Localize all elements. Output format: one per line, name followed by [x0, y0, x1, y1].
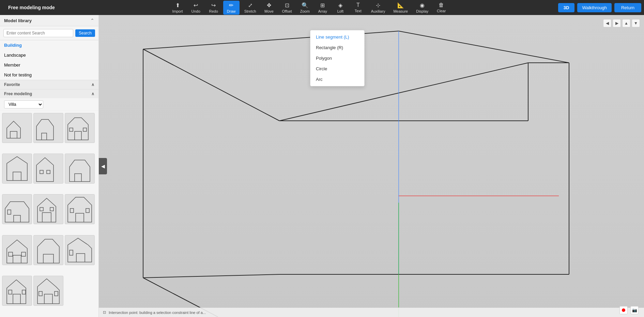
- move-icon: ✥: [267, 2, 271, 9]
- tool-btn-undo[interactable]: ↩Undo: [188, 1, 204, 15]
- toolbar-right: 3D Walkthrough Return: [558, 3, 641, 12]
- toolbar-center: ⬆Import↩Undo↪Redo✏Draw⤢Stretch✥Move⊡Offs…: [60, 1, 558, 15]
- sidebar-toggle-icon[interactable]: ⌃: [90, 18, 94, 23]
- category-favorite[interactable]: Favorite ∧: [0, 80, 98, 89]
- nav-left-btn[interactable]: ◀: [603, 19, 611, 27]
- search-bar: Search: [0, 26, 98, 40]
- draw-option-arc[interactable]: Arc: [310, 74, 364, 85]
- model-thumbnail[interactable]: [65, 194, 95, 224]
- sidebar-item-landscape[interactable]: Landscape: [0, 50, 98, 60]
- sidebar-item-member[interactable]: Member: [0, 60, 98, 70]
- tool-btn-redo[interactable]: ↪Redo: [205, 1, 222, 15]
- tool-btn-stretch[interactable]: ⤢Stretch: [241, 1, 260, 15]
- undo-icon: ↩: [194, 2, 198, 9]
- status-camera-btn[interactable]: 📷: [630, 306, 639, 314]
- tool-btn-display[interactable]: ◉Display: [413, 1, 432, 15]
- draw-option-rectangle[interactable]: Rectangle (R): [310, 42, 364, 53]
- draw-dropdown: Line segment (L)Rectangle (R)PolygonCirc…: [310, 30, 365, 86]
- tool-btn-offset[interactable]: ⊡Offset: [279, 1, 295, 15]
- draw-option-line_segment[interactable]: Line segment (L): [310, 32, 364, 42]
- model-thumbnail[interactable]: [65, 235, 95, 265]
- draw-option-polygon[interactable]: Polygon: [310, 53, 364, 63]
- model-thumbnail[interactable]: [2, 276, 32, 306]
- toolbar: Free modeling mode ⬆Import↩Undo↪Redo✏Dra…: [0, 0, 644, 15]
- btn-3d[interactable]: 3D: [558, 3, 575, 12]
- model-thumbnail[interactable]: [2, 235, 32, 265]
- tool-btn-loft[interactable]: ◈Loft: [332, 1, 349, 15]
- sidebar-item-building[interactable]: Building: [0, 40, 98, 50]
- tool-btn-zoom[interactable]: 🔍Zoom: [297, 1, 313, 15]
- canvas-nav: ◀ ▶ ▲ ▼: [603, 19, 640, 27]
- measure-icon: 📐: [397, 2, 404, 9]
- offset-icon: ⊡: [285, 2, 289, 9]
- status-bar: ⊡ Intersection point: building a selecti…: [99, 307, 644, 317]
- model-thumbnail[interactable]: [2, 113, 32, 143]
- array-icon: ⊞: [320, 2, 325, 9]
- tool-btn-auxiliary[interactable]: ⊹Auxiliary: [368, 1, 389, 15]
- btn-walkthrough[interactable]: Walkthrough: [577, 3, 612, 12]
- nav-right-btn[interactable]: ▶: [613, 19, 621, 27]
- tool-btn-draw[interactable]: ✏Draw: [223, 1, 240, 15]
- sidebar-header: Model library ⌃: [0, 15, 98, 26]
- search-button[interactable]: Search: [75, 29, 95, 37]
- redo-icon: ↪: [211, 2, 216, 9]
- canvas-area[interactable]: ◀ Line segment (L)Rectangle (R)PolygonCi…: [99, 15, 644, 317]
- nav-up-btn[interactable]: ▲: [622, 19, 630, 27]
- status-icon: ⊡: [103, 310, 106, 315]
- tool-btn-text[interactable]: TText: [350, 1, 366, 14]
- red-dot-icon: [622, 308, 625, 312]
- collapse-button[interactable]: ◀: [99, 158, 107, 174]
- tool-btn-measure[interactable]: 📐Measure: [390, 1, 411, 15]
- model-thumbnail[interactable]: [2, 154, 32, 184]
- btn-return[interactable]: Return: [614, 3, 641, 12]
- loft-icon: ◈: [338, 2, 342, 9]
- model-thumbnail[interactable]: [65, 113, 95, 143]
- tool-btn-array[interactable]: ⊞Array: [315, 1, 331, 15]
- tool-btn-move[interactable]: ✥Move: [261, 1, 277, 15]
- model-grid: [0, 111, 98, 317]
- draw-option-circle[interactable]: Circle: [310, 63, 364, 74]
- canvas-scene: [99, 15, 644, 317]
- display-icon: ◉: [420, 2, 425, 9]
- app-title: Free modeling mode: [3, 5, 60, 10]
- model-thumbnail[interactable]: [33, 113, 63, 143]
- model-thumbnail[interactable]: [33, 235, 63, 265]
- status-record-btn[interactable]: [619, 306, 628, 314]
- model-thumbnail[interactable]: [33, 194, 63, 224]
- status-text: Intersection point: building a selection…: [109, 311, 206, 315]
- stretch-icon: ⤢: [248, 2, 252, 9]
- sidebar-title: Model library: [4, 18, 32, 23]
- category-free-modeling[interactable]: Free modeling ∧: [0, 89, 98, 98]
- import-icon: ⬆: [175, 2, 180, 9]
- model-thumbnail[interactable]: [2, 194, 32, 224]
- model-thumbnail[interactable]: [33, 154, 63, 184]
- dropdown-row: Villa Modern Classic Contemporary: [0, 98, 98, 111]
- svg-rect-0: [99, 15, 644, 317]
- style-dropdown[interactable]: Villa Modern Classic Contemporary: [4, 100, 43, 109]
- sidebar-item-not-for-testing[interactable]: Not for testing: [0, 70, 98, 80]
- sidebar: Model library ⌃ Search Building Landscap…: [0, 15, 99, 317]
- model-thumbnail[interactable]: [33, 276, 63, 306]
- zoom-icon: 🔍: [302, 2, 308, 9]
- draw-icon: ✏: [229, 2, 233, 9]
- main-layout: Model library ⌃ Search Building Landscap…: [0, 15, 644, 317]
- model-thumbnail[interactable]: [65, 154, 95, 184]
- tool-btn-import[interactable]: ⬆Import: [169, 1, 186, 15]
- text-icon: T: [356, 2, 360, 8]
- nav-down-btn[interactable]: ▼: [632, 19, 640, 27]
- tool-btn-clear[interactable]: 🗑Clear: [433, 1, 449, 14]
- search-input[interactable]: [3, 29, 73, 37]
- auxiliary-icon: ⊹: [376, 2, 380, 9]
- status-icons: 📷: [619, 306, 639, 314]
- clear-icon: 🗑: [439, 2, 444, 8]
